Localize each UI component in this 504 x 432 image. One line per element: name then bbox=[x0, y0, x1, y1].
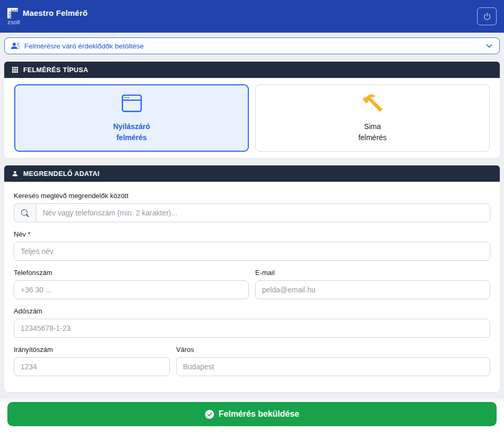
customer-data-title: MEGRENDELŐ ADATAI bbox=[23, 170, 100, 178]
power-icon bbox=[483, 12, 491, 21]
brand: Maestro Felmérő zsolt bbox=[7, 8, 88, 25]
app-header: Maestro Felmérő zsolt bbox=[0, 0, 504, 33]
city-field[interactable] bbox=[176, 357, 490, 376]
email-field[interactable] bbox=[255, 280, 490, 299]
customer-form: Keresés meglévő megrendelők között Név *… bbox=[4, 182, 500, 392]
name-label: Név * bbox=[14, 230, 490, 238]
pending-leads-label: Felmérésre váró érdeklődők betöltése bbox=[24, 42, 144, 50]
zip-field[interactable] bbox=[14, 357, 170, 376]
phone-label: Telefonszám bbox=[14, 269, 249, 277]
survey-type-option-nyilaszaro[interactable]: Nyilászáró felmérés bbox=[14, 84, 249, 152]
search-icon bbox=[14, 203, 36, 222]
logout-button[interactable] bbox=[477, 7, 497, 25]
survey-type-option-label: Sima felmérés bbox=[358, 121, 387, 143]
customer-search-input[interactable] bbox=[36, 203, 490, 222]
tax-number-field[interactable] bbox=[14, 319, 490, 338]
zip-label: Irányítószám bbox=[14, 346, 170, 354]
hammer-icon bbox=[363, 93, 383, 113]
person-icon bbox=[12, 170, 18, 177]
customer-search-group bbox=[14, 203, 490, 222]
submit-footer: Felmérés beküldése bbox=[0, 397, 504, 432]
email-label: E-mail bbox=[255, 269, 490, 277]
city-label: Város bbox=[176, 346, 490, 354]
grid-icon bbox=[12, 66, 18, 73]
name-field[interactable] bbox=[14, 242, 490, 261]
pending-leads-accordion[interactable]: Felmérésre váró érdeklődők betöltése bbox=[4, 37, 500, 54]
survey-type-title: FELMÉRÉS TÍPUSA bbox=[23, 66, 88, 74]
person-lines-icon bbox=[11, 42, 20, 50]
app-title: Maestro Felmérő bbox=[23, 8, 88, 17]
window-icon bbox=[122, 93, 142, 113]
customer-data-section: MEGRENDELŐ ADATAI Keresés meglévő megren… bbox=[4, 165, 500, 392]
submit-survey-label: Felmérés beküldése bbox=[219, 409, 299, 419]
survey-type-section: FELMÉRÉS TÍPUSA Nyilászáró felmérés bbox=[4, 62, 500, 158]
logged-in-user: zsolt bbox=[7, 19, 88, 25]
customer-data-header: MEGRENDELŐ ADATAI bbox=[4, 165, 500, 182]
survey-type-header: FELMÉRÉS TÍPUSA bbox=[4, 62, 500, 78]
search-label: Keresés meglévő megrendelők között bbox=[14, 192, 490, 200]
ruler-icon bbox=[7, 8, 18, 18]
survey-type-option-sima[interactable]: Sima felmérés bbox=[255, 84, 490, 152]
tax-number-label: Adószám bbox=[14, 307, 490, 315]
chevron-down-icon bbox=[486, 42, 493, 50]
survey-type-options: Nyilászáró felmérés Sima felmérés bbox=[4, 78, 500, 158]
check-circle-icon bbox=[205, 410, 214, 419]
submit-survey-button[interactable]: Felmérés beküldése bbox=[7, 402, 497, 426]
phone-field[interactable] bbox=[14, 280, 249, 299]
survey-type-option-label: Nyilászáró felmérés bbox=[113, 121, 150, 143]
